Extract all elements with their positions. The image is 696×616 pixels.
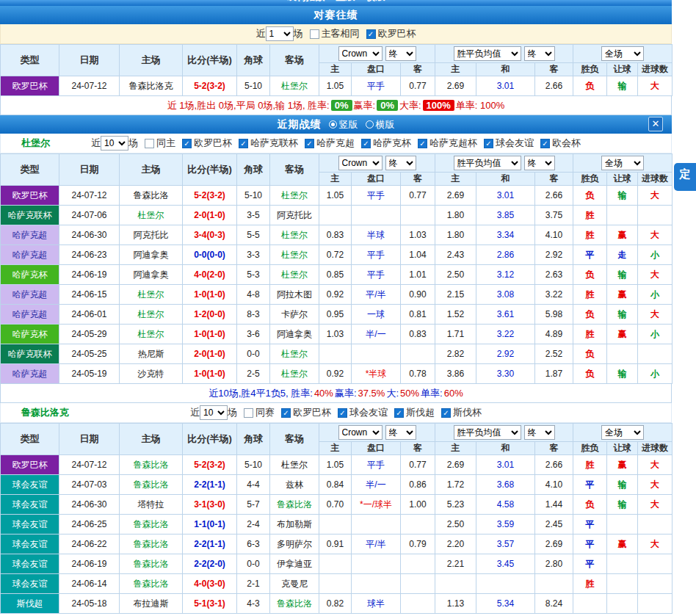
table-cell: 24-06-22	[59, 535, 120, 554]
avg-odds-select-1[interactable]: 终	[524, 46, 555, 61]
match-row: 哈萨克杯24-05-29杜堡尔1-0(1-0)3-6阿迪拿奥1.03半/一0.8…	[1, 325, 673, 344]
bookmaker-select-0[interactable]: Crown	[338, 425, 383, 440]
avg-odds-select-0[interactable]: 胜平负均值	[454, 156, 521, 170]
league-filter-checkbox[interactable]: ✓	[540, 139, 550, 148]
league-filter-checkbox[interactable]: ✓	[361, 139, 371, 148]
league-filter-label[interactable]: 哈萨克超杯	[429, 137, 477, 150]
table-cell: 0.92	[319, 285, 352, 305]
bookmaker-select-0[interactable]: Crown	[338, 46, 383, 61]
near-label: 近	[190, 406, 200, 419]
avg-odds-select-1[interactable]: 终	[524, 156, 555, 170]
stats-part: 60%	[444, 388, 463, 399]
league-filter-label[interactable]: 哈萨克联杯	[250, 137, 298, 150]
column-header: 比分(半场)	[183, 424, 237, 455]
column-header: 类型	[1, 424, 59, 455]
league-filter-checkbox[interactable]: ✓	[239, 139, 248, 148]
customize-button[interactable]: 定	[674, 163, 696, 191]
table-cell: 1.80	[435, 206, 476, 225]
table-cell	[638, 206, 673, 225]
table-cell: 杜堡尔	[120, 206, 183, 225]
match-row: 球会友谊24-06-19鲁森比洛2-2(2-0)0-0伊拿迪亚2.213.452…	[1, 554, 673, 574]
table-cell: 5-2(3-2)	[183, 186, 237, 206]
league-filter-checkbox[interactable]: ✓	[484, 139, 493, 148]
avg-odds-select-0[interactable]: 胜平负均值	[454, 425, 521, 440]
table-cell: 4-8	[237, 285, 270, 305]
bookmaker-select-1[interactable]: 终	[385, 425, 416, 440]
table-cell: 胜	[573, 285, 607, 305]
period-select-0[interactable]: 全场	[601, 46, 644, 61]
table-cell: 热尼斯	[120, 344, 183, 364]
league-filter-checkbox[interactable]: ✓	[305, 139, 314, 148]
same-filter-checkbox[interactable]	[310, 29, 319, 39]
horizontal-layout-radio[interactable]	[366, 120, 374, 128]
avg-odds-select-0[interactable]: 胜平负均值	[454, 46, 521, 61]
table-cell: 胜	[573, 206, 607, 225]
league-filter-label[interactable]: 斯伐超	[406, 406, 435, 419]
league-filter-label[interactable]: 欧罗巴杯	[378, 27, 416, 40]
table-cell: 1.05	[319, 186, 352, 206]
horizontal-layout-label[interactable]: 横版	[376, 118, 395, 131]
league-badge: 球会友谊	[1, 574, 59, 594]
league-filter-label[interactable]: 哈萨克杯	[373, 137, 411, 150]
table-cell: 杜堡尔	[270, 364, 319, 384]
league-filter-label[interactable]: 斯伐杯	[453, 406, 482, 419]
period-select-0[interactable]: 全场	[601, 156, 644, 170]
near-count-select[interactable]: 10	[101, 136, 128, 151]
home-team-filter-row: 鲁森比洛克近 10 场同赛✓欧罗巴杯✓球会友谊✓斯伐超✓斯伐杯	[0, 403, 672, 423]
league-filter-label[interactable]: 球会友谊	[496, 137, 534, 150]
period-select-0[interactable]: 全场	[601, 425, 644, 440]
close-icon[interactable]: ✕	[648, 117, 663, 131]
stats-part: 大:	[386, 387, 399, 400]
league-badge: 哈萨克联杯	[1, 206, 59, 225]
column-header: 客场	[270, 154, 319, 186]
league-filter-label[interactable]: 球会友谊	[349, 406, 388, 419]
league-filter-checkbox[interactable]: ✓	[418, 139, 427, 148]
same-filter-checkbox[interactable]	[244, 408, 253, 418]
table-cell: 1.04	[401, 245, 435, 265]
table-cell: 24-05-25	[59, 344, 120, 364]
bookmaker-select-1[interactable]: 终	[385, 46, 416, 61]
league-filter-checkbox[interactable]: ✓	[394, 408, 404, 418]
bookmaker-select-0[interactable]: Crown	[338, 156, 383, 170]
league-filter-checkbox[interactable]: ✓	[441, 408, 451, 418]
vertical-layout-radio[interactable]	[329, 120, 337, 128]
same-filter-checkbox[interactable]	[145, 139, 154, 148]
same-filter-label[interactable]: 同赛	[255, 406, 275, 419]
near-count-select[interactable]: 1	[266, 26, 294, 41]
table-cell: 2.66	[535, 76, 573, 96]
league-filter-checkbox[interactable]: ✓	[338, 408, 347, 418]
league-filter-checkbox[interactable]: ✓	[182, 139, 192, 148]
league-filter-checkbox[interactable]: ✓	[281, 408, 291, 418]
table-cell: 2.66	[535, 186, 573, 206]
league-filter-label[interactable]: 欧罗巴杯	[293, 406, 331, 419]
column-header: 客场	[270, 45, 319, 76]
vertical-layout-label[interactable]: 竖版	[339, 118, 358, 131]
table-cell	[319, 554, 352, 574]
near-count-select[interactable]: 10	[200, 405, 228, 420]
table-cell: 5.34	[476, 594, 535, 614]
table-cell: 赢	[607, 225, 638, 245]
column-subheader: 让球	[607, 442, 638, 455]
league-filter-label[interactable]: 欧会杯	[552, 137, 581, 150]
table-cell: 0.70	[319, 495, 352, 515]
header-row: 类型日期主场比分(半场)角球客场Crown终胜平负均值终全场	[1, 424, 673, 442]
league-badge: 球会友谊	[1, 475, 59, 495]
table-cell	[607, 206, 638, 225]
same-filter-label[interactable]: 同主	[156, 137, 175, 150]
table-cell: 1.80	[435, 225, 476, 245]
table-cell: 4-0(3-0)	[183, 574, 237, 594]
league-filter-label[interactable]: 欧罗巴杯	[194, 137, 232, 150]
bookmaker: Crown终	[319, 45, 435, 63]
same-filter-label[interactable]: 主客相同	[322, 27, 360, 40]
table-cell: 2-1	[237, 574, 270, 594]
league-badge: 球会友谊	[1, 554, 59, 574]
league-filter-label[interactable]: 哈萨克超	[316, 137, 355, 150]
match-row: 球会友谊24-06-14鲁森比洛4-0(3-0)2-1克曼尼胜	[1, 574, 673, 594]
table-cell: 克曼尼	[270, 574, 319, 594]
column-subheader: 让球	[607, 63, 638, 76]
bookmaker-select-1[interactable]: 终	[385, 156, 416, 170]
avg-odds-select-1[interactable]: 终	[524, 425, 555, 440]
league-filter-checkbox[interactable]: ✓	[366, 29, 376, 39]
column-subheader: 客	[401, 63, 435, 76]
table-cell: 杜堡尔	[270, 344, 319, 364]
